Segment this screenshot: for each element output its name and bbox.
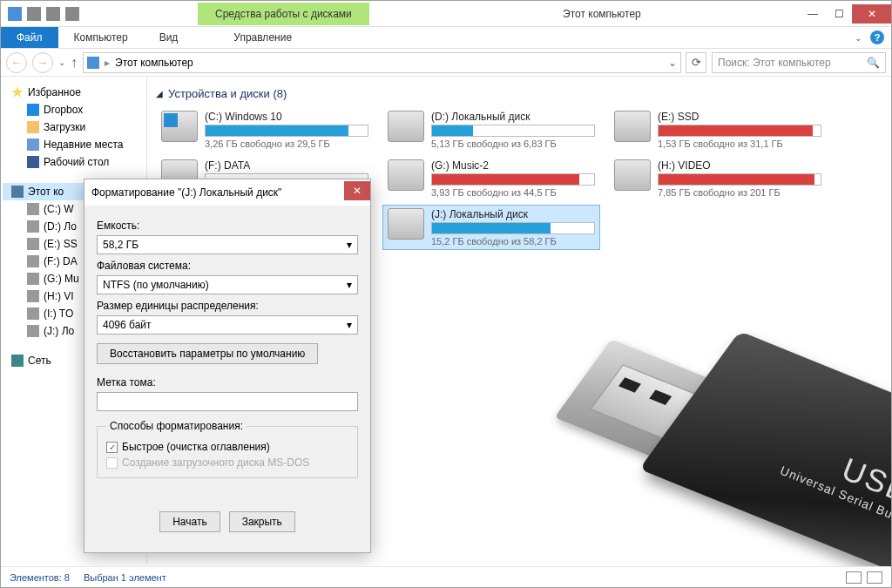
computer-icon [11,186,24,198]
allocation-select[interactable]: 4096 байт▾ [97,315,358,335]
qat-icon[interactable] [27,7,41,21]
allocation-label: Размер единицы распределения: [97,300,358,312]
drive-bar [205,125,368,137]
ribbon: Файл Компьютер Вид Управление ⌄ ? [1,27,891,49]
msdos-checkbox: Создание загрузочного диска MS-DOS [106,455,348,470]
drive-icon [388,111,424,142]
tab-computer[interactable]: Компьютер [58,27,144,48]
chevron-down-icon: ▾ [347,279,352,291]
drive-bar [658,173,821,186]
capacity-label: Емкость: [97,220,358,232]
refresh-button[interactable]: ⟳ [686,52,706,73]
recent-icon [27,139,39,151]
nav-forward-button[interactable]: → [32,52,53,73]
search-icon: 🔍 [867,57,880,69]
drive-icon [388,159,424,191]
drive-icon [27,220,39,233]
drive-free-text: 1,53 ГБ свободно из 31,1 ГБ [658,139,821,149]
status-item-count: Элементов: 8 [10,572,70,583]
status-selected-count: Выбран 1 элемент [84,572,166,583]
quick-format-checkbox[interactable]: ✓ Быстрое (очистка оглавления) [106,439,348,455]
drive-item[interactable]: (H:) VIDEO7,85 ГБ свободно из 201 ГБ [609,156,827,201]
drive-icon [614,111,651,142]
drive-bar [431,222,595,234]
format-dialog: Форматирование "(J:) Локальный диск" ✕ Е… [84,179,371,553]
tab-file[interactable]: Файл [1,27,58,48]
chevron-down-icon[interactable]: ⌄ [668,57,677,69]
drive-bar [431,125,595,137]
drive-item[interactable]: (D:) Локальный диск5,13 ГБ свободно из 6… [382,107,600,152]
drive-free-text: 3,26 ГБ свободно из 29,5 ГБ [205,139,368,149]
drive-icon [388,208,424,240]
history-dropdown-icon[interactable]: ⌄ [58,57,65,67]
drive-icon [614,159,651,191]
drive-name: (F:) DATA [205,159,368,173]
drive-icon [27,203,39,215]
drive-name: (D:) Локальный диск [431,111,595,125]
format-methods-fieldset: Способы форматирования: ✓ Быстрое (очист… [97,420,358,478]
breadcrumb-item[interactable]: Этот компьютер [115,57,193,69]
filesystem-select[interactable]: NTFS (по умолчанию)▾ [97,275,358,294]
view-tiles-button[interactable] [867,571,882,584]
chevron-down-icon: ▾ [347,319,352,331]
drive-icon [27,255,39,267]
dialog-close-button[interactable]: ✕ [344,181,370,200]
drive-item[interactable]: (C:) Windows 103,26 ГБ свободно из 29,5 … [156,107,374,152]
usb-illustration: USB Universal Serial Bus [539,347,892,588]
navbar: ← → ⌄ ↑ ▸ Этот компьютер ⌄ ⟳ Поиск: Этот… [1,49,891,77]
group-header-devices[interactable]: ◢ Устройства и диски (8) [154,84,884,107]
close-button[interactable]: Закрыть [229,511,295,532]
drive-item[interactable]: (J:) Локальный диск15,2 ГБ свободно из 5… [382,205,600,250]
drive-icon [161,111,198,142]
contextual-tab-drive-tools[interactable]: Средства работы с дисками [198,3,369,25]
volume-label: Метка тома: [97,376,358,389]
tree-item-dropbox[interactable]: Dropbox [3,101,145,118]
restore-defaults-button[interactable]: Восстановить параметры по умолчанию [97,343,318,364]
checkbox-icon: ✓ [106,442,118,453]
checkbox-icon [106,457,118,469]
network-icon [11,355,24,367]
qat [1,7,86,21]
search-input[interactable]: Поиск: Этот компьютер 🔍 [712,52,886,73]
dropbox-icon [27,104,39,116]
nav-up-button[interactable]: ↑ [71,55,78,71]
drive-item[interactable]: (E:) SSD1,53 ГБ свободно из 31,1 ГБ [609,107,827,152]
folder-icon [27,121,39,133]
drive-name: (H:) VIDEO [658,159,821,173]
drive-icon [27,273,39,285]
drive-icon [27,308,39,320]
minimize-button[interactable]: — [800,4,826,24]
drive-item[interactable]: (G:) Music-23,93 ГБ свободно из 44,5 ГБ [382,156,600,201]
chevron-down-icon[interactable]: ⌄ [855,33,862,43]
desktop-icon [27,156,39,168]
maximize-button[interactable]: ☐ [826,4,852,24]
nav-back-button[interactable]: ← [6,52,27,73]
close-button[interactable]: ✕ [852,4,891,24]
drive-name: (C:) Windows 10 [205,111,368,125]
tree-favorites[interactable]: Избранное [3,84,145,101]
filesystem-label: Файловая система: [97,260,358,272]
tree-item-recent[interactable]: Недавние места [3,136,145,153]
qat-icon[interactable] [46,7,60,21]
drive-icon [27,325,39,337]
help-icon[interactable]: ? [870,30,884,44]
star-icon [11,86,24,98]
drive-bar [431,173,595,186]
tree-item-desktop[interactable]: Рабочий стол [3,153,145,171]
capacity-select[interactable]: 58,2 ГБ▾ [97,235,358,254]
volume-input[interactable] [97,392,358,411]
dialog-titlebar[interactable]: Форматирование "(J:) Локальный диск" ✕ [84,179,370,206]
computer-icon [87,57,99,69]
tree-item-downloads[interactable]: Загрузки [3,118,145,136]
tab-view[interactable]: Вид [144,27,194,48]
drive-icon [27,238,39,250]
tab-manage[interactable]: Управление [218,27,307,48]
drive-free-text: 5,13 ГБ свободно из 6,83 ГБ [431,139,595,149]
drive-free-text: 3,93 ГБ свободно из 44,5 ГБ [431,187,595,198]
drive-free-text: 15,2 ГБ свободно из 58,2 ГБ [431,236,595,247]
start-button[interactable]: Начать [159,511,220,532]
address-bar[interactable]: ▸ Этот компьютер ⌄ [83,52,681,73]
qat-icon[interactable] [65,7,79,21]
window-title: Этот компьютер [369,8,800,20]
view-details-button[interactable] [846,571,862,584]
